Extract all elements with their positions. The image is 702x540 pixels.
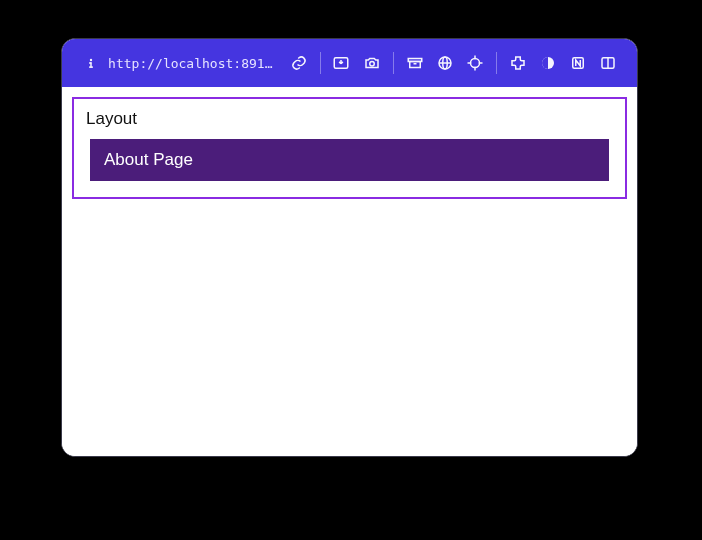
svg-rect-3 — [89, 66, 93, 68]
toolbar-divider — [496, 52, 497, 74]
layout-label: Layout — [86, 109, 615, 129]
link-icon[interactable] — [290, 52, 308, 74]
globe-icon[interactable] — [436, 52, 454, 74]
crosshair-icon[interactable] — [466, 52, 484, 74]
layout-container: Layout About Page — [72, 97, 627, 199]
browser-window: http://localhost:8910/abo… — [61, 38, 638, 457]
svg-point-5 — [369, 62, 374, 67]
info-icon[interactable] — [82, 52, 100, 74]
extensions-icon[interactable] — [509, 52, 527, 74]
svg-point-12 — [470, 59, 479, 68]
page-title: About Page — [90, 139, 609, 181]
panel-icon[interactable] — [599, 52, 617, 74]
toolbar-divider — [320, 52, 321, 74]
camera-icon[interactable] — [363, 52, 381, 74]
notion-icon[interactable] — [569, 52, 587, 74]
svg-point-0 — [90, 59, 92, 61]
url-text[interactable]: http://localhost:8910/abo… — [108, 56, 275, 71]
page-content: Layout About Page — [62, 87, 637, 456]
toolbar-divider — [393, 52, 394, 74]
download-icon[interactable] — [332, 52, 350, 74]
browser-toolbar: http://localhost:8910/abo… — [62, 39, 637, 87]
archive-icon[interactable] — [405, 52, 423, 74]
svg-rect-2 — [89, 62, 91, 64]
darkmode-icon[interactable] — [539, 52, 557, 74]
